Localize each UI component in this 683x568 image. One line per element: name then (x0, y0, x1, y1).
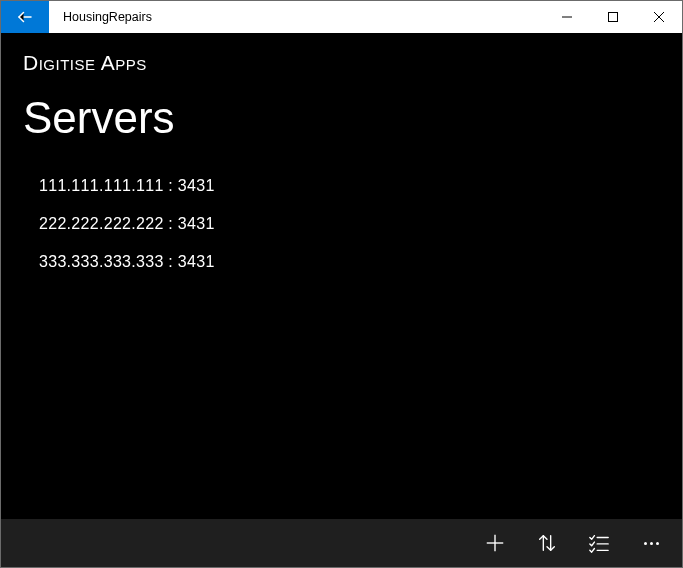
minimize-icon (562, 12, 572, 22)
titlebar-spacer (166, 1, 544, 33)
svg-rect-2 (609, 13, 618, 22)
window-title: HousingRepairs (49, 1, 166, 33)
sort-button[interactable] (522, 519, 572, 567)
more-ellipsis-icon (644, 542, 659, 545)
close-button[interactable] (636, 1, 682, 33)
window-controls (544, 1, 682, 33)
list-item[interactable]: 333.333.333.333 : 3431 (39, 243, 682, 281)
back-button[interactable] (1, 1, 49, 33)
brand-label: Digitise Apps (1, 33, 682, 75)
plus-icon (484, 532, 506, 554)
titlebar: HousingRepairs (1, 1, 682, 33)
app-body: Digitise Apps Servers 111.111.111.111 : … (1, 33, 682, 567)
close-icon (654, 12, 664, 22)
content-spacer (1, 281, 682, 519)
sort-arrows-icon (536, 532, 558, 554)
maximize-icon (608, 12, 618, 22)
server-list: 111.111.111.111 : 3431 222.222.222.222 :… (1, 157, 682, 281)
page-title: Servers (1, 75, 682, 157)
checklist-icon (588, 532, 610, 554)
back-arrow-icon (16, 8, 34, 26)
app-window: HousingRepairs Digitise Apps (0, 0, 683, 568)
checklist-button[interactable] (574, 519, 624, 567)
minimize-button[interactable] (544, 1, 590, 33)
more-button[interactable] (626, 519, 676, 567)
list-item[interactable]: 222.222.222.222 : 3431 (39, 205, 682, 243)
list-item[interactable]: 111.111.111.111 : 3431 (39, 167, 682, 205)
maximize-button[interactable] (590, 1, 636, 33)
add-button[interactable] (470, 519, 520, 567)
app-bar (1, 519, 682, 567)
